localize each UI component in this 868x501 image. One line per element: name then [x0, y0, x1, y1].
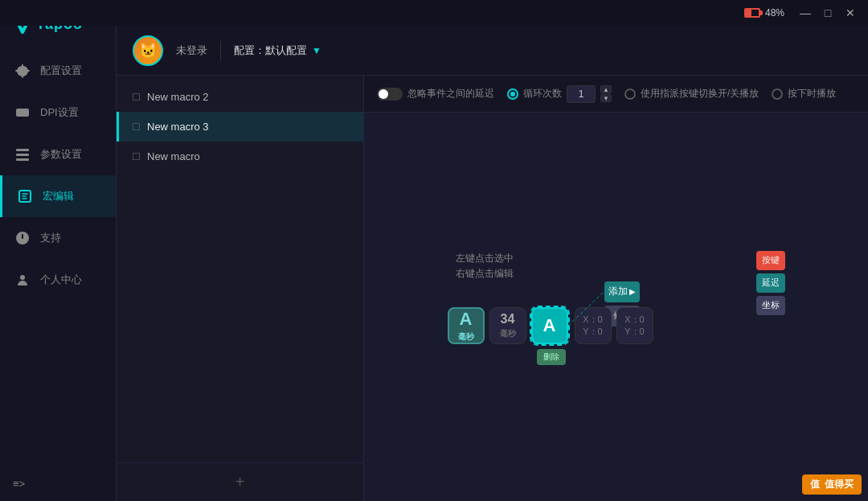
delegate-label: 使用指派按键切换开/关播放: [641, 87, 759, 101]
macro-editor-panel: 忽略事件之间的延迟 循环次数 ▲ ▼ 使用指派按键切换开/关播放 按下时播放: [364, 76, 868, 501]
svg-rect-4: [25, 112, 27, 113]
hint-line1: 左键点击选中: [456, 251, 514, 266]
watermark-text: 值得买: [825, 478, 854, 491]
loop-count-section: 循环次数 ▲ ▼: [507, 85, 612, 103]
sidebar-item-macro-label: 宏编辑: [43, 189, 74, 203]
params-icon: [13, 145, 32, 164]
macro-item-2[interactable]: ☐ New macro: [117, 142, 363, 171]
hint-line2: 右键点击编辑: [456, 266, 514, 281]
macro-icon: [15, 187, 35, 206]
node-34[interactable]: 34 毫秒: [489, 307, 526, 344]
watermark-icon: 值: [810, 478, 820, 491]
svg-rect-7: [16, 158, 29, 161]
collapse-icon: ≡>: [13, 478, 25, 490]
chevron-down-icon: ▼: [312, 45, 321, 56]
count-arrows: ▲ ▼: [600, 85, 612, 102]
sidebar-item-profile-label: 个人中心: [40, 273, 82, 287]
watermark: 值 值得买: [802, 474, 862, 495]
sidebar-item-support-label: 支持: [40, 231, 61, 245]
loop-radio[interactable]: [507, 88, 518, 100]
maximize-button[interactable]: □: [817, 3, 839, 23]
node-a-dim-letter: A: [460, 309, 473, 330]
add-node-button[interactable]: 添加 ▶: [604, 281, 640, 302]
support-icon: [13, 228, 32, 248]
config-icon: [13, 61, 32, 80]
add-modify-area: 添加 ▶: [604, 281, 640, 302]
sidebar-item-dpi[interactable]: DPI设置: [0, 92, 116, 133]
hold-radio[interactable]: [772, 88, 783, 100]
hint-text: 左键点击选中 右键点击编辑: [456, 251, 514, 281]
delete-button[interactable]: 删除: [537, 349, 566, 365]
diagram-area: 左键点击选中 右键点击编辑 按键 延迟 坐标 添加 ▶: [448, 227, 785, 388]
header-bar: 🐱 未登录 配置：默认配置 ▼: [117, 26, 868, 76]
macro-item-icon-1: ☐: [132, 121, 141, 133]
sidebar-item-params[interactable]: 参数设置: [0, 133, 116, 175]
key-button[interactable]: 按键: [756, 251, 785, 270]
battery-indicator: 48%: [744, 7, 784, 18]
macro-item-1[interactable]: ☐ New macro 3: [117, 112, 363, 142]
svg-rect-3: [22, 110, 23, 115]
sidebar-navigation: 配置设置 DPI设置 参数设置 宏编辑 支持: [0, 42, 116, 466]
profile-icon: [13, 270, 32, 290]
ignore-delay-switch[interactable]: [377, 88, 403, 101]
macro-list: ☐ New macro 2 ☐ New macro 3 ☐ New macro: [117, 76, 363, 462]
sidebar-item-support[interactable]: 支持: [0, 217, 116, 259]
hold-section: 按下时播放: [772, 87, 836, 101]
node-34-value: 34: [501, 312, 515, 326]
coord2-x: X：0: [624, 314, 644, 326]
node-a-bright[interactable]: A: [531, 307, 568, 344]
user-login-label[interactable]: 未登录: [176, 43, 207, 58]
ignore-delay-label: 忽略事件之间的延迟: [407, 87, 494, 101]
battery-icon: [744, 8, 760, 18]
right-action-panel: 按键 延迟 坐标: [756, 251, 785, 315]
macro-item-icon-2: ☐: [132, 151, 141, 162]
content-area: ☐ New macro 2 ☐ New macro 3 ☐ New macro …: [117, 76, 868, 501]
node-34-sublabel: 毫秒: [500, 328, 516, 339]
delay-button[interactable]: 延迟: [756, 273, 785, 293]
loop-count-input[interactable]: [567, 85, 596, 103]
coord2-y: Y：0: [624, 326, 644, 338]
minimize-button[interactable]: —: [794, 3, 817, 23]
delegate-section: 使用指派按键切换开/关播放: [624, 87, 759, 101]
user-avatar[interactable]: 🐱: [133, 35, 163, 66]
sidebar-item-dpi-label: DPI设置: [40, 105, 79, 120]
coord1-x: X：0: [583, 314, 602, 326]
node-a-dim[interactable]: A 毫秒: [448, 307, 485, 344]
add-macro-button[interactable]: +: [117, 462, 363, 501]
add-icon: +: [235, 473, 245, 491]
macro-item-icon-0: ☐: [132, 92, 141, 103]
editor-toolbar: 忽略事件之间的延迟 循环次数 ▲ ▼ 使用指派按键切换开/关播放 按下时播放: [364, 76, 868, 113]
sidebar-item-profile[interactable]: 个人中心: [0, 259, 116, 301]
coord1-y: Y：0: [583, 326, 602, 338]
sidebar-item-macro[interactable]: 宏编辑: [0, 175, 116, 217]
add-arrow-icon: ▶: [629, 287, 636, 296]
macro-item-0[interactable]: ☐ New macro 2: [117, 82, 363, 112]
macro-item-name-2: New macro: [147, 150, 200, 162]
sidebar-item-config[interactable]: 配置设置: [0, 50, 116, 92]
svg-rect-6: [16, 154, 29, 156]
count-up-arrow[interactable]: ▲: [600, 85, 612, 93]
macro-item-name-1: New macro 3: [147, 121, 209, 133]
loop-label: 循环次数: [523, 87, 562, 101]
sidebar-item-config-label: 配置设置: [40, 64, 82, 78]
node-a-dim-sublabel: 毫秒: [458, 331, 474, 343]
dpi-icon: [13, 103, 32, 122]
close-button[interactable]: ✕: [839, 3, 862, 23]
node-coord2[interactable]: X：0 Y：0: [616, 307, 653, 344]
macro-list-panel: ☐ New macro 2 ☐ New macro 3 ☐ New macro …: [117, 76, 364, 501]
add-node-label: 添加: [608, 285, 628, 298]
sidebar-item-params-label: 参数设置: [40, 147, 82, 162]
ignore-delay-toggle[interactable]: 忽略事件之间的延迟: [377, 87, 494, 101]
coord-button[interactable]: 坐标: [756, 296, 785, 315]
svg-rect-5: [16, 149, 29, 151]
node-a-bright-letter: A: [543, 315, 556, 336]
editor-canvas: 左键点击选中 右键点击编辑 按键 延迟 坐标 添加 ▶: [364, 113, 868, 501]
header-divider: [220, 41, 221, 60]
node-coord1[interactable]: X：0 Y：0: [575, 307, 612, 344]
profile-selector[interactable]: 配置：默认配置 ▼: [234, 43, 321, 58]
count-down-arrow[interactable]: ▼: [600, 94, 612, 102]
delegate-radio[interactable]: [624, 88, 636, 100]
battery-percent: 48%: [765, 7, 784, 18]
sidebar-collapse-button[interactable]: ≡>: [0, 466, 116, 501]
profile-label: 配置：默认配置: [234, 43, 307, 58]
